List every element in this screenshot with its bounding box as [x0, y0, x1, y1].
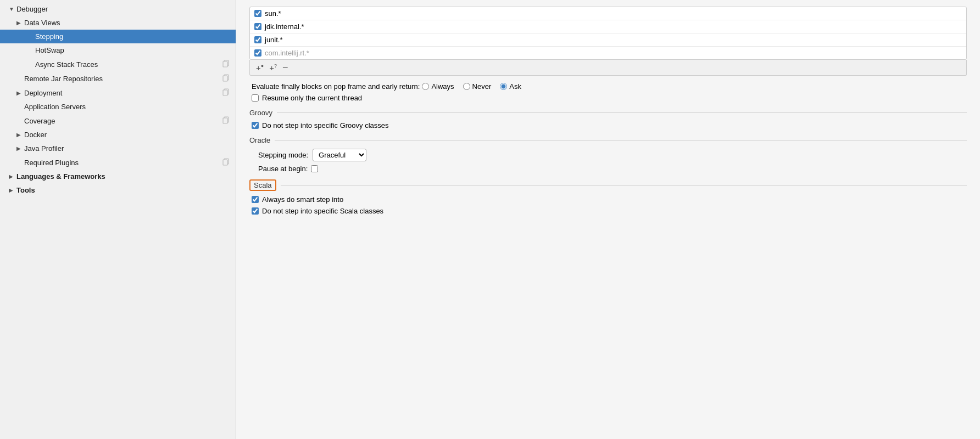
always-label: Always: [431, 82, 454, 91]
sidebar-item-deployment[interactable]: ▶ Deployment: [0, 86, 236, 100]
scala-smart-step-text: Always do smart step into: [262, 195, 343, 204]
item-label: com.intellij.rt.*: [265, 49, 309, 57]
svg-rect-7: [223, 118, 227, 123]
sidebar-item-label: Deployment: [24, 89, 220, 97]
evaluate-label: Evaluate finally blocks on pop frame and…: [252, 82, 420, 91]
svg-rect-3: [223, 76, 227, 81]
add-pattern-button[interactable]: +●: [254, 63, 265, 72]
resume-checkbox[interactable]: [252, 94, 259, 102]
main-content: sun.* jdk.internal.* junit.* com.intelli…: [236, 0, 980, 439]
sidebar-item-docker[interactable]: ▶ Docker: [0, 128, 236, 142]
sidebar: ▼ Debugger▶ Data ViewsSteppingHotSwapAsy…: [0, 0, 236, 439]
sidebar-item-async-stack-traces[interactable]: Async Stack Traces: [0, 57, 236, 71]
groovy-section-label: Groovy: [249, 109, 272, 117]
sidebar-item-label: Docker: [24, 131, 231, 139]
groovy-checkbox-label[interactable]: Do not step into specific Groovy classes: [252, 121, 389, 130]
list-item: jdk.internal.*: [250, 20, 966, 33]
stepping-mode-label: Stepping mode:: [258, 151, 308, 159]
list-item: junit.*: [250, 33, 966, 47]
svg-rect-9: [223, 160, 227, 165]
sidebar-item-label: Async Stack Traces: [35, 60, 220, 69]
arrow-icon: ▶: [16, 145, 24, 151]
never-label: Never: [472, 82, 492, 91]
oracle-section-line: [275, 140, 967, 140]
resume-row: Resume only the current thread: [249, 94, 967, 102]
scala-smart-step-row: Always do smart step into: [249, 195, 967, 204]
sidebar-item-tools[interactable]: ▶ Tools: [0, 183, 236, 197]
sidebar-item-debugger[interactable]: ▼ Debugger: [0, 2, 236, 16]
ask-radio-label[interactable]: Ask: [500, 82, 521, 91]
scala-smart-step-checkbox[interactable]: [252, 196, 259, 203]
groovy-section-header: Groovy: [249, 109, 967, 117]
sun-checkbox[interactable]: [254, 10, 261, 17]
sidebar-item-label: Application Servers: [24, 103, 231, 111]
evaluate-radio-group: Always Never Ask: [422, 82, 521, 91]
scala-section-label: Scala: [249, 179, 276, 191]
sidebar-item-label: Required Plugins: [24, 159, 220, 167]
scala-no-step-checkbox[interactable]: [252, 207, 259, 215]
groovy-checkbox[interactable]: [252, 122, 259, 129]
sidebar-item-label: HotSwap: [35, 46, 231, 54]
list-toolbar: +● +? −: [249, 60, 967, 76]
scala-no-step-row: Do not step into specific Scala classes: [249, 207, 967, 215]
arrow-icon: ▶: [16, 132, 24, 138]
never-radio[interactable]: [463, 83, 470, 90]
resume-label[interactable]: Resume only the current thread: [252, 94, 362, 102]
oracle-section-header: Oracle: [249, 136, 967, 144]
sidebar-item-label: Stepping: [35, 32, 231, 41]
pause-at-begin-checkbox[interactable]: [311, 165, 318, 172]
stepping-mode-select[interactable]: Graceful Force Skip: [313, 149, 366, 161]
item-label: junit.*: [265, 36, 283, 44]
sidebar-item-label: Data Views: [24, 19, 231, 27]
groovy-section-line: [277, 112, 967, 113]
sidebar-item-required-plugins[interactable]: Required Plugins: [0, 155, 236, 170]
class-filter-list: sun.* jdk.internal.* junit.* com.intelli…: [249, 7, 967, 60]
resume-text: Resume only the current thread: [262, 94, 362, 102]
sidebar-item-remote-jar-repositories[interactable]: Remote Jar Repositories: [0, 71, 236, 86]
sidebar-item-label: Remote Jar Repositories: [24, 75, 220, 83]
arrow-icon: ▶: [9, 187, 16, 193]
jdk-internal-checkbox[interactable]: [254, 23, 261, 30]
sidebar-item-stepping[interactable]: Stepping: [0, 30, 236, 43]
sidebar-item-coverage[interactable]: Coverage: [0, 114, 236, 128]
list-item: sun.*: [250, 7, 966, 20]
remove-button[interactable]: −: [281, 62, 290, 73]
sidebar-item-application-servers[interactable]: Application Servers: [0, 100, 236, 114]
sidebar-item-label: Coverage: [24, 117, 220, 125]
always-radio[interactable]: [422, 83, 429, 90]
sidebar-item-java-profiler[interactable]: ▶ Java Profiler: [0, 142, 236, 155]
scala-section-header: Scala: [249, 179, 967, 191]
ask-label: Ask: [509, 82, 521, 91]
copy-icon: [222, 74, 231, 83]
copy-icon: [222, 158, 231, 167]
item-label: jdk.internal.*: [265, 22, 304, 31]
arrow-icon: ▼: [9, 6, 16, 12]
sidebar-item-label: Tools: [16, 186, 231, 194]
com-intellij-rt-checkbox[interactable]: [254, 49, 261, 57]
always-radio-label[interactable]: Always: [422, 82, 454, 91]
groovy-checkbox-text: Do not step into specific Groovy classes: [262, 121, 389, 130]
junit-checkbox[interactable]: [254, 36, 261, 43]
scala-no-step-label[interactable]: Do not step into specific Scala classes: [252, 207, 383, 215]
copy-icon: [222, 88, 231, 97]
copy-icon: [222, 60, 231, 69]
list-item: com.intellij.rt.*: [250, 47, 966, 59]
ask-radio[interactable]: [500, 83, 507, 90]
scala-smart-step-label[interactable]: Always do smart step into: [252, 195, 343, 204]
svg-rect-1: [223, 61, 227, 67]
never-radio-label[interactable]: Never: [463, 82, 492, 91]
pause-at-begin-row: Pause at begin:: [249, 165, 967, 173]
sidebar-item-data-views[interactable]: ▶ Data Views: [0, 16, 236, 30]
copy-icon: [222, 116, 231, 125]
pause-at-begin-label: Pause at begin:: [258, 165, 308, 173]
add-class-button[interactable]: +?: [268, 63, 279, 72]
sidebar-item-label: Languages & Frameworks: [16, 172, 231, 181]
item-label: sun.*: [265, 9, 281, 18]
scala-section-line: [281, 185, 967, 185]
stepping-mode-row: Stepping mode: Graceful Force Skip: [249, 149, 967, 161]
sidebar-item-languages-frameworks[interactable]: ▶ Languages & Frameworks: [0, 170, 236, 183]
scala-no-step-text: Do not step into specific Scala classes: [262, 207, 383, 215]
sidebar-item-hotswap[interactable]: HotSwap: [0, 43, 236, 57]
sidebar-item-label: Debugger: [16, 5, 231, 13]
arrow-icon: ▶: [9, 173, 16, 179]
